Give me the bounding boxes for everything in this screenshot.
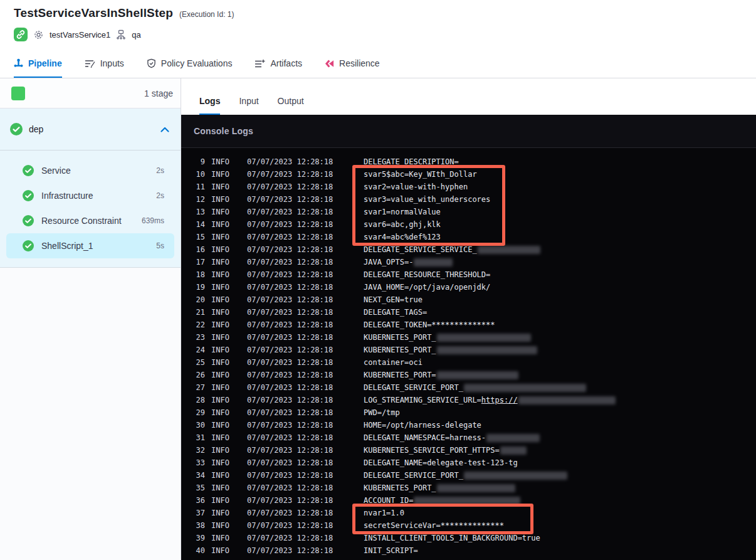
step-row-service[interactable]: Service 2s <box>6 158 174 183</box>
log-line-number: 32 <box>181 446 205 455</box>
shield-check-icon <box>147 58 156 68</box>
redacted-text <box>464 472 567 480</box>
log-level: INFO <box>211 346 229 354</box>
log-line: 14INFO07/07/2023 12:28:18svar6=abc,ghj,k… <box>181 218 756 231</box>
log-line: 18INFO07/07/2023 12:28:18DELEGATE_RESOUR… <box>181 268 756 281</box>
tab-logs[interactable]: Logs <box>199 96 220 115</box>
log-line-number: 18 <box>181 270 205 279</box>
log-line-number: 28 <box>181 396 205 404</box>
log-timestamp: 07/07/2023 12:28:18 <box>247 396 333 404</box>
service-name[interactable]: testVarsService1 <box>50 30 110 40</box>
log-line: 25INFO07/07/2023 12:28:18container=oci <box>181 356 756 369</box>
log-text: KUBERNETES_PORT_ <box>364 333 436 342</box>
redacted-text <box>464 384 586 392</box>
log-message: DELEGATE_TAGS= <box>364 308 427 317</box>
log-timestamp: 07/07/2023 12:28:18 <box>247 483 333 492</box>
log-level: INFO <box>211 496 229 505</box>
log-link[interactable]: https:// <box>481 396 518 404</box>
tab-pipeline[interactable]: Pipeline <box>14 51 62 78</box>
log-level: INFO <box>211 509 229 517</box>
log-level: INFO <box>211 446 229 455</box>
log-text: svar2=value-with-hyphen <box>364 182 468 191</box>
redacted-text <box>437 346 537 354</box>
log-line-number: 29 <box>181 408 205 417</box>
step-label: Resource Constraint <box>41 216 142 226</box>
redacted-text <box>486 434 540 442</box>
log-level: INFO <box>211 170 229 179</box>
redacted-text <box>437 334 531 342</box>
log-text: svar3=value_with_underscores <box>364 195 490 204</box>
log-level: INFO <box>211 295 229 304</box>
log-timestamp: 07/07/2023 12:28:18 <box>247 295 333 304</box>
log-line-number: 10 <box>181 170 205 179</box>
cd-module-icon <box>14 28 28 41</box>
log-timestamp: 07/07/2023 12:28:18 <box>247 245 333 254</box>
log-line: 19INFO07/07/2023 12:28:18JAVA_HOME=/opt/… <box>181 281 756 293</box>
tab-artifacts[interactable]: Artifacts <box>255 51 302 78</box>
redacted-text <box>437 371 518 379</box>
log-message: PWD=/tmp <box>364 408 400 417</box>
console: Console Logs 9INFO07/07/2023 12:28:18DEL… <box>181 115 756 560</box>
log-timestamp: 07/07/2023 12:28:18 <box>247 496 333 505</box>
stage-group-label: dep <box>29 124 160 134</box>
chevron-up-icon[interactable] <box>160 127 169 132</box>
breadcrumb: testVarsService1 qa <box>14 28 756 41</box>
log-level: INFO <box>211 358 229 367</box>
log-level: INFO <box>211 157 229 166</box>
execution-sidebar: 1 stage dep Service 2s <box>0 78 181 560</box>
success-check-icon <box>10 123 23 135</box>
log-message: DELEGATE_SERVICE_PORT_ <box>364 383 586 392</box>
redacted-text <box>414 497 520 505</box>
log-level: INFO <box>211 371 229 379</box>
log-line: 36INFO07/07/2023 12:28:18ACCOUNT_ID= <box>181 494 756 507</box>
step-row-resource-constraint[interactable]: Resource Constraint 639ms <box>6 208 174 233</box>
log-timestamp: 07/07/2023 12:28:18 <box>247 509 333 517</box>
tab-resilience[interactable]: Resilience <box>325 51 380 78</box>
log-timestamp: 07/07/2023 12:28:18 <box>247 421 333 430</box>
stage-count-label: 1 stage <box>144 88 173 98</box>
log-message: svar1=normalValue <box>364 208 441 216</box>
log-timestamp: 07/07/2023 12:28:18 <box>247 534 333 542</box>
log-level: INFO <box>211 320 229 329</box>
console-log-list[interactable]: 9INFO07/07/2023 12:28:18DELEGATE_DESCRIP… <box>181 148 756 560</box>
console-header: Console Logs <box>181 115 756 148</box>
step-duration: 2s <box>156 166 164 175</box>
execution-page: TestServiceVarsInShellStep (Execution Id… <box>0 0 756 560</box>
log-text: ACCOUNT_ID= <box>364 496 413 505</box>
log-text: INIT_SCRIPT= <box>364 546 418 555</box>
log-text: KUBERNETES_PORT= <box>364 371 436 379</box>
log-text: INSTALL_CLIENT_TOOLS_IN_BACKGROUND=true <box>364 534 540 542</box>
stage-group-dep[interactable]: dep <box>0 108 181 151</box>
tab-output[interactable]: Output <box>278 96 304 115</box>
log-line-number: 24 <box>181 346 205 354</box>
log-timestamp: 07/07/2023 12:28:18 <box>247 320 333 329</box>
environment-name[interactable]: qa <box>132 30 140 40</box>
log-text: DELEGATE_NAME=delegate-test-123-tg <box>364 458 518 467</box>
log-line-number: 26 <box>181 371 205 379</box>
tab-input[interactable]: Input <box>239 96 258 115</box>
log-text: svar5$abc=Key_WIth_Dollar <box>364 170 477 179</box>
log-message: DELEGATE_SERVICE_PORT_ <box>364 471 567 480</box>
log-line-number: 19 <box>181 283 205 292</box>
log-text: JAVA_OPTS=- <box>364 258 413 267</box>
log-message: KUBERNETES_SERVICE_PORT_HTTPS= <box>364 446 527 455</box>
log-message: nvar1=1.0 <box>364 509 404 517</box>
log-line-number: 30 <box>181 421 205 430</box>
step-duration: 639ms <box>142 216 164 225</box>
step-row-shellscript-1[interactable]: ShellScript_1 5s <box>6 233 174 258</box>
redacted-text <box>414 258 453 267</box>
tab-policy-evaluations[interactable]: Policy Evaluations <box>147 51 233 78</box>
log-level: INFO <box>211 333 229 342</box>
step-row-infrastructure[interactable]: Infrastructure 2s <box>6 183 174 208</box>
log-line-number: 23 <box>181 333 205 342</box>
gear-icon[interactable] <box>33 29 44 40</box>
log-timestamp: 07/07/2023 12:28:18 <box>247 383 333 392</box>
log-text: DELEGATE_RESOURCE_THRESHOLD= <box>364 270 490 279</box>
log-line: 38INFO07/07/2023 12:28:18secretServiceVa… <box>181 519 756 532</box>
log-level: INFO <box>211 483 229 492</box>
log-line-number: 39 <box>181 534 205 542</box>
stage-status-square[interactable] <box>11 87 25 100</box>
log-line: 17INFO07/07/2023 12:28:18JAVA_OPTS=- <box>181 256 756 268</box>
tab-inputs[interactable]: Inputs <box>85 51 124 78</box>
log-message: svar6=abc,ghj,klk <box>364 220 441 229</box>
